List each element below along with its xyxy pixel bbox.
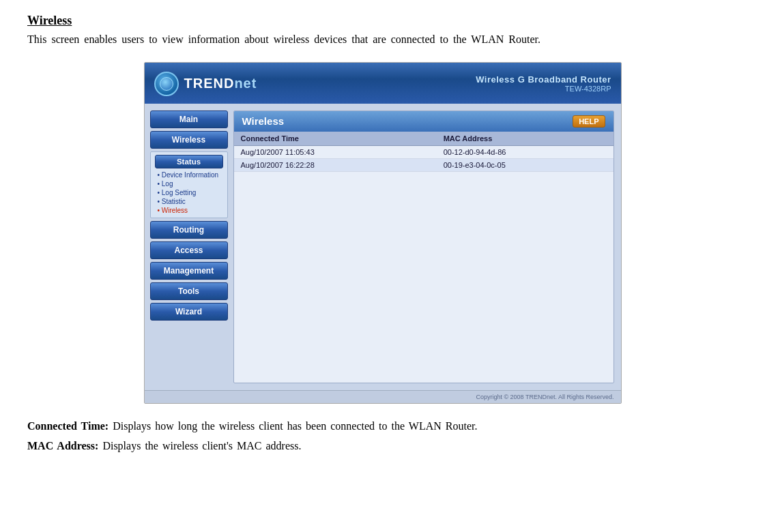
router-model-number: TEW-4328RP bbox=[476, 85, 611, 93]
table-row: Aug/10/2007 11:05:4300-12-d0-94-4d-86 bbox=[234, 145, 614, 158]
description-section: Connected Time: Displays how long the wi… bbox=[27, 417, 738, 455]
logo-text: TRENDnet bbox=[184, 76, 257, 91]
desc-connected-time: Connected Time: Displays how long the wi… bbox=[27, 417, 738, 435]
help-button[interactable]: HELP bbox=[573, 115, 605, 128]
wireless-table: Connected Time MAC Address Aug/10/2007 1… bbox=[234, 132, 614, 172]
content-title: Wireless bbox=[242, 115, 285, 127]
router-body: Main Wireless Status • Device Informatio… bbox=[145, 104, 621, 390]
page-title: Wireless bbox=[27, 14, 738, 28]
nav-btn-wizard[interactable]: Wizard bbox=[150, 303, 228, 321]
nav-btn-wireless[interactable]: Wireless bbox=[150, 131, 228, 149]
connected-time-label: Connected Time: bbox=[27, 420, 109, 432]
router-screenshot: TRENDnet Wireless G Broadband Router TEW… bbox=[144, 62, 622, 404]
nav-btn-management[interactable]: Management bbox=[150, 262, 228, 280]
router-model-info: Wireless G Broadband Router TEW-4328RP bbox=[476, 74, 611, 93]
logo-inner-icon bbox=[160, 77, 173, 91]
content-header: Wireless HELP bbox=[234, 111, 614, 132]
cell-time: Aug/10/2007 16:22:28 bbox=[234, 158, 437, 171]
col-connected-time: Connected Time bbox=[234, 132, 437, 146]
nav-sub-wireless[interactable]: • Wireless bbox=[155, 206, 223, 215]
nav-btn-status[interactable]: Status bbox=[155, 155, 223, 168]
nav-sub-statistic[interactable]: • Statistic bbox=[155, 197, 223, 206]
cell-mac: 00-12-d0-94-4d-86 bbox=[437, 145, 614, 158]
nav-status-section: Status • Device Information • Log • Log … bbox=[150, 151, 228, 218]
logo-net: net bbox=[234, 76, 257, 91]
nav-btn-tools[interactable]: Tools bbox=[150, 282, 228, 300]
mac-address-text: Displays the wireless client's MAC addre… bbox=[98, 440, 301, 452]
logo-trend: TREND bbox=[184, 76, 235, 91]
nav-btn-main[interactable]: Main bbox=[150, 110, 228, 128]
router-content-area: Wireless HELP Connected Time MAC Address… bbox=[233, 110, 614, 383]
connected-time-text: Displays how long the wireless client ha… bbox=[109, 420, 477, 432]
router-header: TRENDnet Wireless G Broadband Router TEW… bbox=[145, 63, 621, 104]
col-mac-address: MAC Address bbox=[437, 132, 614, 146]
trendnet-logo: TRENDnet bbox=[154, 72, 257, 96]
router-footer: Copyright © 2008 TRENDnet. All Rights Re… bbox=[145, 390, 621, 403]
table-row: Aug/10/2007 16:22:2800-19-e3-04-0c-05 bbox=[234, 158, 614, 171]
desc-mac-address: MAC Address: Displays the wireless clien… bbox=[27, 437, 738, 455]
nav-sub-log[interactable]: • Log bbox=[155, 179, 223, 188]
router-product-title: Wireless G Broadband Router bbox=[476, 74, 611, 85]
cell-time: Aug/10/2007 11:05:43 bbox=[234, 145, 437, 158]
nav-sub-device-info[interactable]: • Device Information bbox=[155, 171, 223, 179]
cell-mac: 00-19-e3-04-0c-05 bbox=[437, 158, 614, 171]
mac-address-label: MAC Address: bbox=[27, 440, 98, 452]
router-nav: Main Wireless Status • Device Informatio… bbox=[145, 104, 233, 390]
nav-btn-access[interactable]: Access bbox=[150, 241, 228, 259]
intro-text: This screen enables users to view inform… bbox=[27, 31, 738, 48]
logo-circle-icon bbox=[154, 72, 179, 96]
nav-sub-log-setting[interactable]: • Log Setting bbox=[155, 188, 223, 197]
nav-btn-routing[interactable]: Routing bbox=[150, 221, 228, 239]
